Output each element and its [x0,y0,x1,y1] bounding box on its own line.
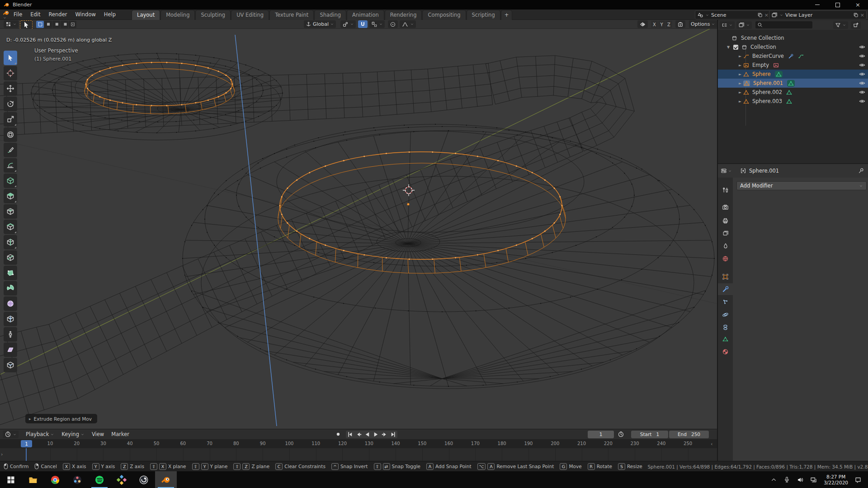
outliner-row-empty[interactable]: ► Empty [718,61,868,70]
select-mode-circle[interactable] [52,21,60,28]
region-expand-icon[interactable]: › [1,451,3,457]
tool-select-box[interactable] [4,51,17,65]
tray-chevron-up-icon[interactable] [770,476,777,483]
app-menu-icon[interactable] [3,9,9,19]
tool-shrink-fatten[interactable] [4,327,17,342]
properties-editor-icon[interactable] [721,168,727,174]
expand-icon[interactable]: ► [738,90,742,94]
outliner-row-sphere[interactable]: ► Sphere [718,70,868,79]
jump-to-start-button[interactable] [346,431,354,438]
eye-icon[interactable] [859,53,865,59]
tool-transform[interactable] [4,127,17,142]
workspace-tab-rendering[interactable]: Rendering [385,10,422,20]
transform-orientation-dropdown[interactable]: Global [304,20,336,28]
editor-type-button[interactable] [4,20,19,28]
select-mode-lasso[interactable] [61,21,68,28]
tool-shear[interactable] [4,343,17,357]
add-modifier-dropdown[interactable]: Add Modifier [736,181,867,190]
workspace-tab-compositing[interactable]: Compositing [422,10,466,20]
properties-tab-modifiers[interactable] [718,283,733,295]
tool-edge-slide[interactable] [4,312,17,326]
options-dropdown[interactable]: Options [689,20,717,28]
microphone-icon[interactable] [783,476,790,483]
properties-tab-particles[interactable] [718,296,733,308]
select-mode-tweak[interactable] [36,21,44,28]
taskbar-chrome[interactable] [44,471,66,488]
view-layer-selector[interactable]: View Layer × [769,10,867,19]
taskbar-windows-start[interactable] [0,471,22,488]
outliner-filter-icon[interactable] [736,21,752,29]
outliner-row-sphere.003[interactable]: ► Sphere.003 [718,97,868,106]
tool-poly-build[interactable] [4,266,17,280]
proportional-editing-button[interactable] [388,20,398,28]
select-mode-extra[interactable] [69,21,76,28]
tool-measure[interactable] [4,158,17,173]
action-center-icon[interactable] [854,476,862,483]
copy-icon[interactable] [757,12,763,18]
workspace-tab-uv-editing[interactable]: UV Editing [231,10,269,20]
expand-icon[interactable]: ► [738,72,742,76]
tool-inset-faces[interactable] [4,204,17,219]
jump-to-end-button[interactable] [389,431,397,438]
menu-window[interactable]: Window [71,9,99,20]
workspace-tab-texture-paint[interactable]: Texture Paint [269,10,314,20]
close-icon[interactable]: × [764,12,769,18]
properties-tab-object[interactable] [718,271,733,282]
workspace-tab-animation[interactable]: Animation [347,10,384,20]
tool-move[interactable] [4,81,17,96]
copy-icon[interactable] [853,12,859,18]
close-button[interactable]: × [848,0,868,9]
auto-keying-clock-icon[interactable] [617,431,625,438]
eye-icon[interactable] [859,80,865,86]
network-icon[interactable] [810,476,817,483]
taskbar-davinci-resolve[interactable] [66,471,88,488]
workspace-tab-shading[interactable]: Shading [314,10,346,20]
snapping-badge-icon[interactable] [675,20,685,28]
play-reverse-button[interactable] [363,431,372,438]
eye-icon[interactable] [859,71,865,77]
record-button[interactable] [334,431,342,438]
outliner-row-collection[interactable]: ▼ Collection [718,42,868,52]
mirror-z-toggle[interactable]: Z [665,21,672,28]
snap-settings-dropdown[interactable] [369,20,385,28]
expand-icon[interactable]: ► [738,63,742,67]
properties-tab-tool[interactable] [718,184,733,196]
timeline-ruler[interactable]: 1 10203040506070809010011012013014015016… [0,439,717,448]
pin-icon[interactable] [858,168,864,174]
disclosure-triangle-icon[interactable]: ▼ [726,45,731,49]
timeline-menu-view[interactable]: View [88,431,108,437]
clock[interactable]: 8:27 PM 3/22/2020 [824,474,848,486]
properties-tab-material[interactable] [718,346,733,357]
properties-tab-view-layer[interactable] [718,227,733,239]
properties-tab-render[interactable] [718,201,733,213]
eye-icon[interactable] [859,44,865,50]
snap-toggle-button[interactable] [358,20,368,28]
timeline-track-area[interactable]: › ‹ [0,448,717,461]
properties-tab-world[interactable] [718,253,733,264]
viewport-canvas[interactable] [0,29,717,429]
add-workspace-button[interactable]: + [501,10,513,20]
menu-render[interactable]: Render [45,9,71,20]
properties-tab-object-data[interactable] [718,333,733,345]
tool-extrude-region[interactable] [4,189,17,203]
taskbar-blender[interactable] [155,471,177,488]
menu-file[interactable]: File [9,9,26,20]
tool-rotate[interactable] [4,97,17,111]
playhead-line[interactable] [26,448,27,461]
outliner-row-scene-collection[interactable]: Scene Collection [718,33,868,42]
expand-icon[interactable]: ► [738,81,742,85]
minimize-button[interactable] [807,0,827,9]
workspace-tab-sculpting[interactable]: Sculpting [195,10,231,20]
outliner-display-mode-dropdown[interactable] [720,21,735,29]
taskbar-obs-studio[interactable] [133,471,155,488]
timeline-editor-type-button[interactable] [3,431,19,438]
current-frame-badge[interactable]: 1 [21,440,32,447]
expand-icon[interactable]: ► [738,54,742,58]
taskbar-file-explorer[interactable] [22,471,44,488]
tool-annotate[interactable] [4,143,17,157]
tool-rip-region[interactable] [4,358,17,372]
eye-icon[interactable] [859,62,865,68]
workspace-tab-scripting[interactable]: Scripting [467,10,500,20]
workspace-tab-modeling[interactable]: Modeling [160,10,195,20]
outliner-row-sphere.002[interactable]: ► Sphere.002 [718,88,868,97]
